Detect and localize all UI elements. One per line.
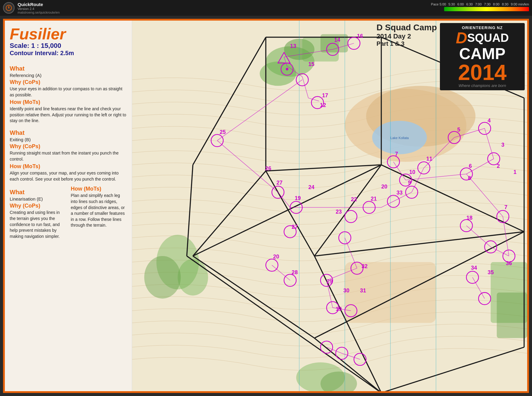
svg-text:17: 17 [322, 92, 328, 98]
top-right-info: D Squad Camp 2014 Day 2 Part 1 & 3 ORIEN… [377, 23, 525, 90]
svg-text:35: 35 [488, 269, 494, 275]
section2-how: How (MoTs) [10, 163, 127, 170]
bottom-what: What [10, 189, 66, 196]
map-contour: Contour Interval: 2.5m [10, 50, 127, 57]
svg-text:34: 34 [471, 265, 477, 271]
app-version: Version 2.4 [18, 7, 60, 11]
section1-how-body: Identify point and line features near th… [10, 106, 127, 124]
svg-text:10: 10 [409, 169, 415, 175]
map-title-block: Fusilier Scale: 1 : 15,000 Contour Inter… [10, 26, 127, 60]
svg-text:19: 19 [295, 195, 301, 201]
svg-text:23: 23 [336, 209, 342, 215]
svg-point-10 [144, 256, 181, 298]
map-area: Lake Kollata [132, 21, 527, 391]
pace-bar: Pace 5:00 5:30 6:00 6:30 7:00 7:30 8:00 … [431, 2, 529, 11]
app-url: matstroeng.se/quickroute/en [18, 11, 60, 14]
svg-text:18: 18 [466, 215, 472, 221]
bottom-why: Why (CoPs) [10, 203, 66, 209]
svg-text:7: 7 [395, 151, 398, 157]
svg-text:27: 27 [292, 224, 298, 230]
event-title-block: D Squad Camp 2014 Day 2 Part 1 & 3 [377, 23, 437, 47]
svg-text:14: 14 [334, 37, 340, 43]
bottom-how-body: Plan and simplify each leg into lines su… [71, 193, 127, 228]
section2-how-body: Align your compass, your map, and your e… [10, 170, 127, 182]
logo-squad: SQUAD [467, 32, 509, 44]
svg-point-49 [286, 68, 288, 70]
bottom-left: What Linearisation (E) Why (CoPs) Creati… [10, 186, 66, 241]
svg-text:36: 36 [506, 260, 512, 266]
svg-text:6: 6 [469, 163, 472, 169]
logo-orienteering: ORIENTEERING NZ [462, 25, 503, 30]
svg-text:28: 28 [292, 269, 298, 275]
titlebar: QuickRoute Version 2.4 matstroeng.se/qui… [0, 0, 532, 16]
map-name: Fusilier [10, 26, 127, 42]
svg-text:3: 3 [501, 142, 504, 148]
section1-why-body: Use your eyes in addition to your compas… [10, 86, 127, 98]
section2-why-body: Running straight must start from the ins… [10, 150, 127, 162]
svg-point-1 [8, 7, 9, 8]
svg-text:30: 30 [343, 288, 349, 294]
logo-dsquad: D SQUAD [456, 30, 509, 46]
svg-text:11: 11 [426, 156, 432, 162]
svg-text:7: 7 [504, 204, 507, 210]
svg-text:16: 16 [357, 33, 363, 39]
section2-why: Why (CoPs) [10, 143, 127, 150]
logo-camp: CAMP [459, 46, 505, 62]
svg-text:13: 13 [290, 43, 296, 49]
section2-what: What [10, 129, 127, 136]
app-title-block: QuickRoute Version 2.4 matstroeng.se/qui… [18, 2, 60, 14]
svg-point-9 [178, 259, 208, 295]
svg-text:21: 21 [371, 196, 377, 202]
section1-how: How (MoTs) [10, 99, 127, 105]
svg-text:1: 1 [514, 169, 517, 175]
section2-what-body: Exiting (B) [10, 137, 127, 142]
svg-text:15: 15 [308, 61, 314, 67]
svg-text:2: 2 [497, 163, 500, 169]
svg-text:9: 9 [408, 180, 411, 186]
app-name: QuickRoute [18, 2, 60, 7]
logo-year: 2014 [458, 62, 507, 83]
section1-what-body: Referencing (A) [10, 73, 127, 78]
svg-text:26: 26 [265, 165, 271, 171]
svg-text:31: 31 [360, 288, 366, 294]
app-logo [3, 2, 15, 14]
event-title-sub: 2014 Day 2 [377, 32, 437, 40]
svg-text:20: 20 [273, 254, 279, 260]
svg-text:20: 20 [381, 184, 387, 190]
pace-gradient [444, 7, 529, 11]
bottom-section: What Linearisation (E) Why (CoPs) Creati… [10, 186, 127, 241]
bottom-why-body: Creating and using lines in the terrain … [10, 210, 66, 239]
logo-tagline: Where champions are born [459, 83, 506, 88]
pace-label: Pace 5:00 5:30 6:00 6:30 7:00 7:30 8:00 … [431, 2, 529, 6]
event-title-main: D Squad Camp [377, 23, 437, 32]
event-title-part: Part 1 & 3 [377, 40, 437, 47]
logo-block: ORIENTEERING NZ D SQUAD CAMP 2014 Where … [440, 23, 525, 90]
svg-text:12: 12 [320, 102, 326, 108]
svg-text:33: 33 [397, 190, 403, 196]
svg-text:Lake Kollata: Lake Kollata [391, 136, 409, 140]
svg-text:24: 24 [308, 184, 314, 190]
map-scale: Scale: 1 : 15,000 [10, 42, 127, 50]
svg-text:32: 32 [361, 263, 367, 269]
section1-why: Why (CoPs) [10, 79, 127, 85]
main-content: Fusilier Scale: 1 : 15,000 Contour Inter… [0, 16, 532, 396]
svg-text:22: 22 [351, 196, 357, 202]
section1-what: What [10, 65, 127, 72]
left-panel: Fusilier Scale: 1 : 15,000 Contour Inter… [5, 21, 132, 391]
frame: Fusilier Scale: 1 : 15,000 Contour Inter… [3, 19, 529, 393]
bottom-how: How (MoTs) [71, 186, 127, 192]
svg-text:25: 25 [220, 129, 226, 135]
svg-text:27: 27 [276, 180, 282, 186]
svg-rect-12 [497, 292, 527, 338]
svg-text:5: 5 [457, 127, 460, 133]
svg-text:4: 4 [488, 118, 491, 124]
logo-d: D [456, 30, 467, 46]
bottom-what-body: Linearisation (E) [10, 196, 66, 201]
bottom-right: How (MoTs) Plan and simplify each leg in… [71, 186, 127, 241]
